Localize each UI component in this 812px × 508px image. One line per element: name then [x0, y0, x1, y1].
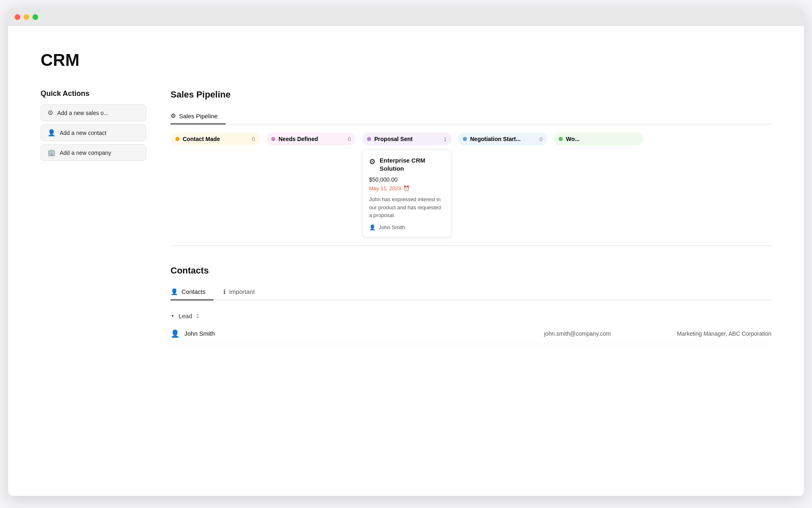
proposal-sent-dot: [367, 137, 371, 141]
pipeline-tab[interactable]: ⚙ Sales Pipeline: [171, 108, 226, 124]
contact-made-header: Contact Made 0: [171, 132, 260, 145]
contacts-tab[interactable]: 👤 Contacts: [171, 284, 214, 300]
add-contact-label: Add a new contact: [60, 130, 106, 136]
sales-pipeline-section: Sales Pipeline ⚙ Sales Pipeline: [171, 89, 771, 245]
lead-triangle-icon: ▼: [171, 314, 175, 318]
pipeline-container: Contact Made 0 Needs Defined 0: [171, 124, 771, 245]
company-icon: 🏢: [48, 149, 56, 156]
minimize-button[interactable]: [24, 14, 29, 20]
maximize-button[interactable]: [32, 14, 38, 20]
pipeline-col-contact-made: Contact Made 0: [171, 132, 260, 237]
contacts-title: Contacts: [171, 265, 771, 276]
card-icon: ⚙: [369, 157, 376, 166]
lead-group-count: 1: [196, 313, 199, 319]
title-bar: [8, 8, 804, 26]
lead-group-label: Lead: [179, 313, 192, 319]
add-company-label: Add a new company: [60, 150, 111, 156]
pipeline-tab-icon: ⚙: [171, 112, 176, 119]
main-area: Sales Pipeline ⚙ Sales Pipeline: [171, 89, 771, 344]
proposal-sent-count: 1: [444, 136, 447, 142]
card-header: ⚙ Enterprise CRM Solution: [369, 156, 445, 172]
main-layout: Quick Actions ⚙ Add a new sales o... 👤 A…: [41, 89, 771, 344]
card-date-text: May 11, 2023: [369, 185, 401, 191]
needs-defined-label: Needs Defined: [279, 136, 318, 142]
pipeline-card[interactable]: ⚙ Enterprise CRM Solution $50,000.00 May…: [362, 150, 451, 237]
card-contact-name: John Smith: [379, 224, 405, 230]
close-button[interactable]: [15, 14, 20, 20]
pipeline-col-proposal-sent: Proposal Sent 1 ⚙ Enterprise CRM Solutio…: [362, 132, 451, 237]
contact-avatar-icon: 👤: [369, 224, 376, 230]
page-content: CRM Quick Actions ⚙ Add a new sales o...…: [8, 26, 804, 360]
app-window: CRM Quick Actions ⚙ Add a new sales o...…: [8, 8, 804, 496]
quick-actions-title: Quick Actions: [41, 89, 146, 98]
contact-made-label: Contact Made: [183, 136, 220, 142]
section-divider: [171, 245, 771, 246]
important-tab-label: Important: [229, 288, 255, 295]
contact-email: john.smith@company.com: [544, 330, 650, 337]
pipeline-col-negotiation: Negotiation Start... 0: [458, 132, 547, 237]
pipeline-tab-bar: ⚙ Sales Pipeline: [171, 108, 771, 124]
card-date: May 11, 2023 ⏰: [369, 185, 445, 191]
pipeline-col-needs-defined: Needs Defined 0: [266, 132, 356, 237]
proposal-sent-header: Proposal Sent 1: [362, 132, 451, 145]
lead-group-header[interactable]: ▼ Lead 1: [171, 308, 771, 323]
negotiation-count: 0: [540, 136, 542, 142]
add-contact-button[interactable]: 👤 Add a new contact: [41, 124, 146, 141]
card-contact: 👤 John Smith: [369, 224, 445, 230]
important-tab-icon: ℹ: [223, 288, 226, 295]
add-sales-opp-button[interactable]: ⚙ Add a new sales o...: [41, 104, 146, 121]
quick-actions-list: ⚙ Add a new sales o... 👤 Add a new conta…: [41, 104, 146, 161]
contact-made-dot: [175, 137, 179, 141]
page-title: CRM: [41, 50, 771, 70]
clock-icon: ⏰: [403, 185, 410, 191]
pipeline-columns: Contact Made 0 Needs Defined 0: [171, 132, 771, 237]
needs-defined-count: 0: [348, 136, 351, 142]
needs-defined-dot: [271, 137, 275, 141]
contact-role: Marketing Manager, ABC Corporation: [650, 330, 771, 337]
important-tab[interactable]: ℹ Important: [223, 284, 263, 300]
contact-row[interactable]: 👤 John Smith john.smith@company.com Mark…: [171, 323, 771, 344]
contact-name: John Smith: [184, 330, 257, 337]
pipeline-tab-label: Sales Pipeline: [179, 113, 218, 119]
contacts-tab-icon: 👤: [171, 288, 178, 295]
card-amount: $50,000.00: [369, 176, 445, 183]
pipeline-col-won: Wo...: [554, 132, 643, 237]
contacts-section: Contacts 👤 Contacts ℹ Important ▼: [171, 265, 771, 344]
negotiation-label: Negotiation Start...: [470, 136, 520, 142]
won-label: Wo...: [566, 136, 579, 142]
needs-defined-header: Needs Defined 0: [266, 132, 356, 145]
sidebar: Quick Actions ⚙ Add a new sales o... 👤 A…: [41, 89, 146, 344]
won-dot: [559, 137, 563, 141]
contact-avatar: 👤: [171, 329, 179, 338]
negotiation-header: Negotiation Start... 0: [458, 132, 547, 145]
won-header: Wo...: [554, 132, 643, 145]
proposal-sent-label: Proposal Sent: [374, 136, 412, 142]
sales-pipeline-title: Sales Pipeline: [171, 89, 771, 100]
contact-icon: 👤: [48, 129, 56, 137]
card-description: John has expressed interest in our produ…: [369, 195, 445, 219]
contact-made-count: 0: [252, 136, 255, 142]
add-sales-opp-label: Add a new sales o...: [57, 110, 108, 116]
contacts-tab-bar: 👤 Contacts ℹ Important: [171, 284, 771, 300]
negotiation-dot: [463, 137, 467, 141]
sales-opp-icon: ⚙: [48, 109, 53, 117]
card-title: Enterprise CRM Solution: [380, 156, 445, 172]
contacts-tab-label: Contacts: [181, 288, 205, 295]
add-company-button[interactable]: 🏢 Add a new company: [41, 144, 146, 161]
